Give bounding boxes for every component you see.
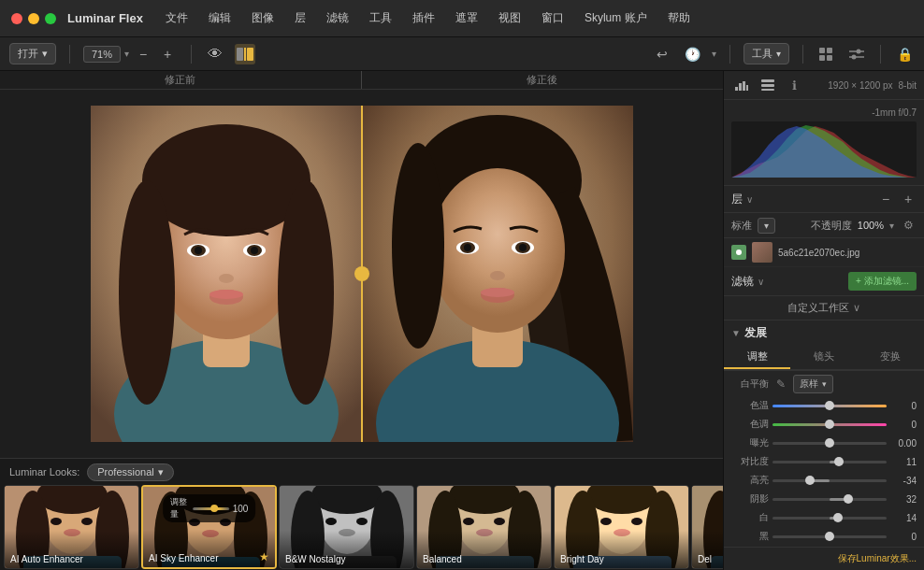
info-icon[interactable]: ℹ bbox=[784, 75, 804, 95]
filters-chevron-icon[interactable]: ∨ bbox=[758, 277, 764, 287]
layers-panel-icon[interactable] bbox=[758, 75, 778, 95]
histogram-canvas bbox=[731, 121, 917, 178]
history-icon[interactable]: 🕐 bbox=[682, 44, 702, 64]
menu-skylum[interactable]: Skylum 账户 bbox=[581, 8, 651, 28]
filters-section-header: 滤镜 ∨ + 添加滤镜... bbox=[724, 267, 924, 296]
look-item-bright-day[interactable]: Bright Day bbox=[554, 485, 689, 569]
layer-mode-dropdown[interactable]: ▾ bbox=[758, 218, 775, 234]
undo-icon[interactable]: ↩ bbox=[652, 44, 672, 64]
compare-divider[interactable] bbox=[361, 106, 363, 442]
look-item-bw-nostalgy[interactable]: B&W Nostalgy bbox=[279, 485, 414, 569]
looks-label: Luminar Looks: bbox=[9, 466, 79, 477]
sliders-icon[interactable] bbox=[846, 44, 867, 64]
maximize-button[interactable] bbox=[45, 13, 56, 24]
tab-transform[interactable]: 变换 bbox=[858, 346, 924, 369]
layers-chevron-icon[interactable]: ∨ bbox=[746, 194, 753, 205]
tab-adjust[interactable]: 调整 bbox=[724, 346, 790, 369]
slider-row-black: 黑 0 bbox=[731, 530, 917, 543]
slider-thumb-temp[interactable] bbox=[825, 401, 834, 410]
layer-filename: 5a6c21e2070ec.jpg bbox=[778, 248, 917, 258]
looks-filter-chevron-icon: ▾ bbox=[158, 466, 164, 478]
menu-view[interactable]: 视图 bbox=[495, 8, 525, 28]
look-item-del[interactable]: Del bbox=[691, 485, 723, 569]
wb-preset-value: 原样 bbox=[800, 378, 818, 391]
svg-rect-6 bbox=[827, 55, 832, 61]
look-item-balanced[interactable]: Balanced bbox=[416, 485, 552, 569]
star-icon[interactable]: ★ bbox=[259, 550, 269, 563]
divider-handle[interactable] bbox=[354, 266, 369, 281]
slider-track-shadows[interactable] bbox=[772, 498, 887, 501]
slider-track-white[interactable] bbox=[772, 517, 887, 520]
menu-file[interactable]: 文件 bbox=[162, 8, 192, 28]
wb-preset-dropdown[interactable]: 原样 ▾ bbox=[793, 375, 833, 393]
develop-section: ▼ 发展 调整 镜头 变换 bbox=[724, 321, 924, 371]
menu-layer[interactable]: 层 bbox=[291, 8, 310, 28]
svg-point-83 bbox=[600, 518, 612, 525]
slider-track-tint[interactable] bbox=[772, 423, 887, 426]
slider-thumb-white[interactable] bbox=[833, 513, 843, 522]
save-effects-button[interactable]: 保存Luminar效果... bbox=[724, 547, 924, 570]
tab-lens[interactable]: 镜头 bbox=[790, 346, 857, 369]
slider-thumb-tint[interactable] bbox=[825, 420, 834, 429]
layer-visibility-icon[interactable] bbox=[731, 245, 746, 260]
compare-labels: 修正前 修正後 bbox=[0, 71, 723, 90]
svg-point-65 bbox=[325, 518, 337, 525]
canvas-area: 修正前 修正後 bbox=[0, 71, 723, 570]
layer-row[interactable]: 5a6c21e2070ec.jpg bbox=[724, 238, 924, 267]
slider-val-contrast: 11 bbox=[890, 457, 917, 467]
menu-help[interactable]: 帮助 bbox=[664, 8, 694, 28]
zoom-value[interactable]: 71% bbox=[83, 46, 121, 63]
layers-minus-button[interactable]: − bbox=[877, 191, 894, 207]
slider-thumb-black[interactable] bbox=[825, 532, 834, 541]
develop-header[interactable]: ▼ 发展 bbox=[724, 321, 924, 346]
look-item-ai-sky-enhancer[interactable]: 调整量 100 AI Sky Enhancer ★ bbox=[141, 485, 277, 569]
slider-track-contrast[interactable] bbox=[772, 461, 887, 463]
histogram-icon[interactable] bbox=[731, 75, 752, 95]
tools-button[interactable]: 工具 ▾ bbox=[744, 43, 789, 64]
look-name-6: Del bbox=[698, 554, 712, 564]
slider-val-temp: 0 bbox=[890, 401, 917, 411]
workspace-selector[interactable]: 自定义工作区 ∨ bbox=[724, 296, 924, 321]
layers-section-header: 层 ∨ − + bbox=[724, 186, 924, 213]
menu-mask[interactable]: 遮罩 bbox=[452, 8, 482, 28]
svg-point-38 bbox=[519, 244, 527, 251]
adjust-label: 调整量 bbox=[170, 496, 190, 520]
layers-plus-button[interactable]: + bbox=[900, 191, 917, 207]
add-filter-button[interactable]: + 添加滤镜... bbox=[848, 272, 917, 291]
slider-thumb-contrast[interactable] bbox=[834, 457, 844, 466]
svg-rect-1 bbox=[247, 48, 253, 61]
history-chevron-icon: ▾ bbox=[712, 49, 716, 59]
image-container[interactable] bbox=[0, 90, 723, 458]
svg-point-48 bbox=[81, 518, 93, 525]
compare-split-icon[interactable] bbox=[235, 44, 255, 64]
opacity-label: 不透明度 bbox=[811, 219, 852, 233]
looks-filter-button[interactable]: Professional ▾ bbox=[87, 463, 174, 481]
eye-icon[interactable]: 👁 bbox=[205, 44, 225, 64]
svg-point-17 bbox=[278, 180, 334, 405]
lock-icon[interactable]: 🔒 bbox=[894, 44, 915, 64]
menu-plugins[interactable]: 插件 bbox=[409, 8, 439, 28]
eyedropper-icon[interactable]: ✎ bbox=[772, 378, 789, 391]
layer-gear-icon[interactable]: ⚙ bbox=[900, 217, 917, 234]
slider-thumb-exposure[interactable] bbox=[825, 438, 834, 448]
open-button[interactable]: 打开 ▾ bbox=[9, 43, 56, 64]
menu-image[interactable]: 图像 bbox=[248, 8, 278, 28]
menu-tools[interactable]: 工具 bbox=[366, 8, 396, 28]
menu-edit[interactable]: 编辑 bbox=[205, 8, 235, 28]
minimize-button[interactable] bbox=[28, 13, 39, 24]
zoom-increase-button[interactable]: + bbox=[157, 44, 178, 64]
menu-filter[interactable]: 滤镜 bbox=[323, 8, 353, 28]
look-name-4: Balanced bbox=[423, 554, 462, 564]
slider-thumb-highlights[interactable] bbox=[805, 476, 815, 485]
menu-window[interactable]: 窗口 bbox=[538, 8, 568, 28]
zoom-decrease-button[interactable]: − bbox=[133, 44, 153, 64]
slider-track-black[interactable] bbox=[772, 535, 887, 538]
slider-track-exposure[interactable] bbox=[772, 442, 887, 445]
slider-thumb-shadows[interactable] bbox=[844, 494, 853, 504]
look-item-ai-auto-enhancer[interactable]: AI Auto Enhancer bbox=[4, 485, 139, 569]
look-name-5: Bright Day bbox=[560, 554, 604, 564]
close-button[interactable] bbox=[11, 13, 22, 24]
slider-track-highlights[interactable] bbox=[772, 479, 887, 482]
grid-view-icon[interactable] bbox=[816, 44, 837, 64]
slider-track-temp[interactable] bbox=[772, 405, 887, 407]
